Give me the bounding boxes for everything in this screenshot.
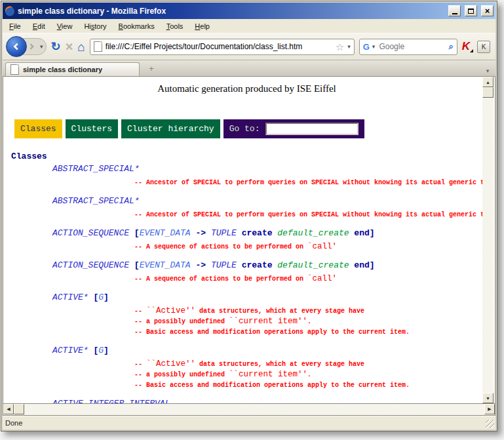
menu-item-tools[interactable]: Tools: [161, 21, 189, 31]
menu-item-history[interactable]: History: [79, 21, 111, 31]
search-icon[interactable]: ⌕: [448, 41, 453, 52]
code-segment[interactable]: G: [98, 292, 104, 302]
kaspersky-icon[interactable]: K: [462, 40, 473, 53]
code-segment[interactable]: create: [237, 260, 277, 270]
url-dropdown-icon[interactable]: ▾: [347, 44, 351, 50]
page-button-cluster-hierarchy[interactable]: Cluster hierarchy: [121, 119, 220, 138]
close-icon: ×: [485, 7, 490, 15]
class-name-link[interactable]: ACTIVE_INTEGER_INTERVAL: [52, 399, 482, 403]
address-bar[interactable]: file:///C:/Eiffel Projects/tour/Document…: [90, 39, 355, 55]
class-comment: -- A sequence of actions to be performed…: [134, 273, 482, 284]
resize-grip[interactable]: [486, 420, 494, 428]
menu-item-bookmarks[interactable]: Bookmarks: [113, 21, 160, 31]
code-segment[interactable]: TUPLE: [211, 260, 237, 270]
horizontal-scrollbar[interactable]: ◀ ▶: [3, 403, 495, 415]
menu-item-file[interactable]: File: [4, 21, 26, 31]
search-box[interactable]: G ▾ ⌕: [359, 39, 457, 55]
code-segment[interactable]: ACTION_SEQUENCE: [52, 228, 129, 238]
code-segment[interactable]: TUPLE: [211, 228, 237, 238]
class-comment: -- Ancestor of SPECIAL to perform querie…: [134, 177, 482, 188]
vertical-scroll-thumb[interactable]: [482, 87, 494, 98]
class-comment: -- ``Active'' data structures, which at …: [134, 306, 482, 316]
stop-button[interactable]: ×: [66, 40, 73, 53]
comment-segment: `call': [307, 242, 337, 251]
code-segment[interactable]: [: [129, 260, 140, 270]
code-segment[interactable]: default_create: [277, 228, 349, 238]
class-name-link[interactable]: ABSTRACT_SPECIAL*: [52, 164, 482, 174]
code-segment[interactable]: ]: [104, 346, 109, 355]
class-name-link[interactable]: ACTIVE* [G]: [52, 346, 482, 356]
horizontal-scroll-track[interactable]: [14, 404, 484, 415]
code-segment[interactable]: ACTION_SEQUENCE: [52, 260, 129, 270]
code-segment[interactable]: [: [129, 228, 140, 238]
page-button-classes[interactable]: Classes: [14, 119, 62, 138]
history-dropdown-icon[interactable]: ▾: [40, 44, 43, 50]
comment-segment: --: [134, 361, 146, 368]
comment-segment: -- Basic access and modification operati…: [134, 329, 410, 336]
code-segment[interactable]: ABSTRACT_SPECIAL*: [52, 196, 140, 206]
class-name-link[interactable]: ACTION_SEQUENCE [EVENT_DATA -> TUPLE cre…: [52, 260, 482, 271]
home-button[interactable]: ⌂: [77, 41, 85, 53]
code-segment[interactable]: ]: [104, 292, 109, 302]
code-segment[interactable]: ]: [370, 228, 375, 238]
menu-item-help[interactable]: Help: [189, 21, 215, 31]
vertical-scrollbar[interactable]: ▲ ▼: [482, 77, 494, 403]
code-segment[interactable]: [: [88, 292, 99, 302]
code-segment[interactable]: create: [237, 228, 277, 238]
minimize-icon: [452, 13, 457, 14]
search-engine-dropdown-icon[interactable]: ▾: [372, 44, 376, 50]
back-button[interactable]: [6, 36, 27, 57]
close-button[interactable]: ×: [481, 5, 494, 16]
class-entry: ACTION_SEQUENCE [EVENT_DATA -> TUPLE cre…: [11, 228, 482, 252]
code-segment[interactable]: default_create: [277, 260, 349, 270]
vertical-scroll-track[interactable]: [482, 98, 494, 393]
page-viewport: Automatic generation produced by ISE Eif…: [3, 77, 482, 403]
code-segment[interactable]: ABSTRACT_SPECIAL*: [52, 164, 140, 174]
horizontal-scroll-thumb[interactable]: [14, 404, 24, 414]
k-key-button[interactable]: K: [477, 41, 490, 53]
class-name-link[interactable]: ACTIVE* [G]: [52, 292, 482, 303]
scroll-left-icon[interactable]: ◀: [3, 404, 14, 414]
address-url[interactable]: file:///C:/Eiffel Projects/tour/Document…: [106, 42, 332, 51]
refresh-button[interactable]: ↻: [51, 41, 61, 52]
maximize-icon: [468, 9, 474, 14]
titlebar: simple class dictionary - Mozilla Firefo…: [3, 3, 495, 19]
new-tab-button[interactable]: +: [142, 62, 161, 75]
code-segment[interactable]: end: [349, 260, 370, 270]
class-name-link[interactable]: ABSTRACT_SPECIAL*: [52, 196, 482, 207]
minimize-button[interactable]: [448, 5, 461, 16]
code-segment[interactable]: EVENT_DATA: [140, 228, 191, 238]
goto-input[interactable]: [265, 123, 359, 135]
comment-segment: -- A sequence of actions to be performed…: [134, 275, 307, 283]
class-comment: -- Ancestor of SPECIAL to perform querie…: [134, 209, 482, 220]
comment-segment: -- Basic access and modification operati…: [134, 382, 410, 389]
code-segment[interactable]: ]: [370, 260, 375, 270]
tab-page-icon: [10, 64, 19, 75]
maximize-button[interactable]: [465, 5, 477, 16]
code-segment[interactable]: end: [349, 228, 370, 238]
code-segment[interactable]: ACTIVE*: [52, 346, 88, 355]
code-segment[interactable]: G: [98, 346, 104, 355]
menu-item-edit[interactable]: Edit: [28, 21, 50, 31]
page-button-clusters[interactable]: Clusters: [66, 119, 118, 138]
bookmark-star-icon[interactable]: ☆: [336, 42, 344, 52]
menu-item-view[interactable]: View: [52, 21, 78, 31]
goto-label: Go to:: [229, 124, 260, 134]
class-name-link[interactable]: ACTION_SEQUENCE [EVENT_DATA -> TUPLE cre…: [52, 228, 482, 239]
code-segment[interactable]: ->: [191, 260, 211, 270]
scroll-right-icon[interactable]: ▶: [484, 404, 495, 414]
search-input[interactable]: [378, 41, 446, 52]
code-segment[interactable]: ->: [191, 228, 211, 238]
scroll-down-icon[interactable]: ▼: [482, 393, 494, 403]
comment-segment: .: [307, 318, 311, 325]
firefox-icon: [5, 6, 15, 16]
tab-simple-class-dictionary[interactable]: simple class dictionary: [5, 62, 140, 76]
screenshot-stage: simple class dictionary - Mozilla Firefo…: [0, 0, 504, 440]
code-segment[interactable]: EVENT_DATA: [140, 260, 191, 270]
code-segment[interactable]: ACTIVE*: [52, 292, 88, 302]
code-segment[interactable]: ACTIVE_INTEGER_INTERVAL: [52, 399, 170, 403]
class-comment: -- a possibly undefined ``current item''…: [134, 316, 482, 327]
code-segment[interactable]: [: [88, 346, 99, 355]
scroll-up-icon[interactable]: ▲: [482, 77, 494, 87]
tab-list-dropdown-icon[interactable]: ▾: [482, 68, 493, 74]
